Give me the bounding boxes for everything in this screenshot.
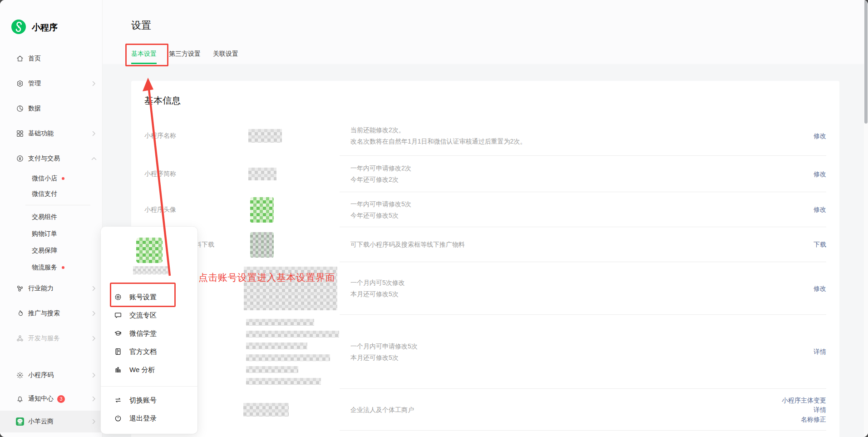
sidebar-item-微信支付[interactable]: 微信支付 [0, 186, 102, 202]
sidebar-item-label: 行业能力 [28, 284, 54, 293]
sidebar-item-通知中心[interactable]: 通知中心3 [0, 387, 102, 411]
download-link[interactable]: 下载 [814, 240, 826, 249]
sidebar-item-支付与交易[interactable]: 支付与交易 [0, 146, 102, 171]
account-popup: 账号设置交流专区微信学堂官方文档We 分析切换账号退出登录 [101, 227, 197, 434]
sidebar-item-label: 购物订单 [32, 230, 57, 238]
sidebar-item-开发与服务[interactable]: 开发与服务 [0, 326, 102, 351]
popup-item-label: 切换账号 [129, 396, 157, 405]
shop-avatar-icon [15, 417, 25, 426]
section-title: 基本信息 [144, 94, 181, 107]
tab-related-settings[interactable]: 关联设置 [213, 50, 238, 64]
chevron-right-icon [92, 396, 96, 402]
chevron-up-icon [91, 157, 97, 160]
industry-icon [15, 284, 25, 293]
sidebar-item-label: 小羊云商 [28, 417, 54, 426]
account-menu: 账号设置交流专区微信学堂官方文档We 分析切换账号退出登录 [101, 288, 197, 427]
sidebar-item-label: 开发与服务 [28, 334, 60, 343]
modify-link[interactable]: 修改 [814, 131, 826, 141]
row-value [248, 319, 350, 385]
school-icon [113, 329, 123, 338]
chevron-right-icon [92, 372, 96, 378]
sidebar-divider [25, 205, 90, 205]
popup-item-label: 官方文档 [129, 348, 157, 356]
app-title: 小程序 [32, 22, 58, 34]
gear-icon [113, 293, 123, 302]
page-header: 设置 基本设置 第三方设置 关联设置 [102, 0, 868, 65]
chevron-right-icon [92, 131, 96, 136]
table-row-categories: 一个月内可申请修改5次 本月还可修改5次 详情 [131, 315, 839, 389]
row-desc: 一年内可申请修改5次 今年还可修改5次 [350, 199, 814, 221]
sidebar-item-行业能力[interactable]: 行业能力 [0, 276, 102, 301]
sidebar-item-物流服务[interactable]: 物流服务 [0, 259, 102, 276]
sidebar-item-购物订单[interactable]: 购物订单 [0, 225, 102, 242]
table-row-avatar: 小程序头像 一年内可申请修改5次 今年还可修改5次 修改 [131, 192, 839, 227]
subject-change-link[interactable]: 小程序主体变更 [782, 396, 826, 405]
sidebar-item-推广与搜索[interactable]: 推广与搜索 [0, 301, 102, 326]
popup-item-官方文档[interactable]: 官方文档 [101, 343, 197, 361]
sidebar-item-label: 物流服务 [32, 263, 57, 272]
annotation-text: 点击账号设置进入基本设置界面 [198, 271, 335, 284]
dev-icon [15, 334, 25, 343]
blurred-value [248, 129, 282, 143]
row-label: 小程序简称 [131, 170, 248, 178]
sidebar-item-首页[interactable]: 首页 [0, 46, 102, 71]
miniprogram-code-image [250, 232, 274, 258]
pay-icon [15, 154, 25, 163]
data-icon [15, 104, 25, 113]
sidebar-gap [0, 351, 102, 363]
sidebar-item-交易组件[interactable]: 交易组件 [0, 209, 102, 225]
popup-item-label: 交流专区 [129, 311, 157, 320]
sidebar-item-交易保障[interactable]: 交易保障 [0, 242, 102, 259]
table-row-intro: 一个月内可5次修改 本月还可修改5次 修改 [131, 262, 839, 315]
chevron-right-icon [92, 419, 96, 424]
popup-item-退出登录[interactable]: 退出登录 [101, 409, 197, 427]
sidebar-item-label: 微信支付 [32, 190, 57, 198]
sidebar-item-小程序码[interactable]: 小程序码 [0, 363, 102, 387]
details-link[interactable]: 详情 [782, 405, 826, 415]
table-row-subject-info: 企业法人及个体工商户 小程序主体变更 详情 名称修正 [131, 389, 839, 431]
row-value [248, 168, 350, 180]
sidebar-item-管理[interactable]: 管理 [0, 71, 102, 96]
modify-link[interactable]: 修改 [814, 284, 826, 293]
tab-third-party-settings[interactable]: 第三方设置 [169, 50, 201, 64]
chevron-right-icon [92, 336, 96, 341]
scrollbar-thumb[interactable] [864, 0, 868, 124]
row-value [248, 197, 350, 223]
modify-link[interactable]: 修改 [814, 205, 826, 214]
sidebar-item-数据[interactable]: 数据 [0, 96, 102, 121]
red-dot-badge [62, 266, 64, 269]
account-name-blurred [133, 266, 168, 274]
sidebar-item-小羊云商[interactable]: 小羊云商 [0, 411, 102, 432]
sidebar-item-label: 数据 [28, 104, 41, 113]
blurred-value [248, 168, 276, 180]
account-avatar [136, 238, 163, 263]
home-icon [15, 54, 25, 63]
basic-info-card: 基本信息 小程序名称 当前还能修改2次。 改名次数将在自然年1月1日和微信认证审… [131, 81, 839, 437]
name-correction-link[interactable]: 名称修正 [782, 415, 826, 424]
popup-item-交流专区[interactable]: 交流专区 [101, 306, 197, 324]
row-desc: 当前还能修改2次。 改名次数将在自然年1月1日和微信认证审核通过后重置为2次。 [350, 124, 814, 147]
red-dot-badge [62, 177, 64, 180]
popup-item-账号设置[interactable]: 账号设置 [101, 288, 197, 306]
popup-item-微信学堂[interactable]: 微信学堂 [101, 324, 197, 343]
popup-item-We 分析[interactable]: We 分析 [101, 361, 197, 379]
modify-link[interactable]: 修改 [814, 169, 826, 179]
sidebar-item-label: 管理 [28, 79, 41, 88]
sidebar-item-label: 交易保障 [32, 247, 57, 255]
switch-icon [113, 396, 123, 405]
promotion-icon [15, 309, 25, 318]
sidebar: 小程序 首页管理数据基础功能支付与交易微信小店微信支付交易组件购物订单交易保障物… [0, 0, 103, 437]
popup-item-label: We 分析 [129, 366, 155, 374]
sidebar-item-label: 交易组件 [32, 213, 57, 221]
notification-count-badge: 3 [57, 395, 65, 403]
blurred-value [243, 403, 289, 417]
sidebar-item-label: 微信小店 [32, 174, 57, 183]
details-link[interactable]: 详情 [814, 347, 826, 357]
sidebar-item-微信小店[interactable]: 微信小店 [0, 171, 102, 186]
popup-item-切换账号[interactable]: 切换账号 [101, 391, 197, 409]
miniprogram-avatar-image [250, 197, 274, 223]
tab-basic-settings[interactable]: 基本设置 [131, 50, 157, 64]
row-desc: 一年内可申请修改2次 今年还可修改2次 [350, 163, 814, 185]
sidebar-item-label: 通知中心 [28, 395, 54, 403]
sidebar-item-基础功能[interactable]: 基础功能 [0, 121, 102, 146]
